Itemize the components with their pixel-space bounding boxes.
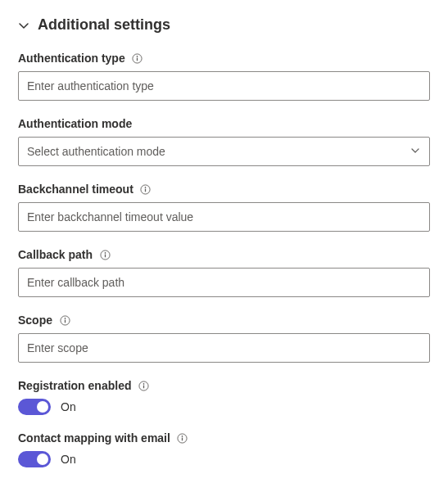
scope-label: Scope [18,314,52,327]
contact-mapping-state: On [61,453,76,466]
svg-point-16 [182,436,183,437]
svg-rect-8 [104,254,105,257]
svg-point-7 [104,252,106,254]
svg-point-13 [143,383,145,385]
section-title: Additional settings [38,16,170,34]
info-icon[interactable] [132,52,143,64]
svg-point-4 [145,187,147,188]
authentication-type-input[interactable] [18,71,430,101]
svg-point-1 [137,56,138,57]
field-callback-path: Callback path [18,248,430,297]
registration-enabled-state: On [61,400,76,413]
authentication-mode-label: Authentication mode [18,117,132,130]
field-authentication-mode: Authentication mode Select authenticatio… [18,117,430,166]
scope-input[interactable] [18,333,430,363]
info-icon[interactable] [177,432,188,444]
contact-mapping-toggle[interactable] [18,451,51,467]
callback-path-input[interactable] [18,268,430,297]
authentication-mode-select-wrap: Select authentication mode [18,137,430,166]
svg-rect-5 [145,188,146,192]
backchannel-timeout-input[interactable] [18,202,430,232]
field-registration-enabled: Registration enabled On [18,379,430,415]
toggle-knob [37,401,48,413]
callback-path-label: Callback path [18,248,93,261]
svg-point-10 [64,318,66,319]
field-authentication-type: Authentication type [18,52,430,101]
field-label-row: Callback path [18,248,430,261]
svg-rect-11 [64,319,65,323]
field-backchannel-timeout: Backchannel timeout [18,183,430,232]
info-icon[interactable] [99,249,111,260]
field-label-row: Authentication mode [18,117,430,130]
svg-rect-2 [137,57,138,61]
field-label-row: Contact mapping with email [18,431,430,445]
chevron-down-icon[interactable] [18,20,29,31]
field-label-row: Backchannel timeout [18,183,430,196]
field-scope: Scope [18,314,430,363]
field-contact-mapping: Contact mapping with email On [18,431,430,467]
authentication-mode-select[interactable]: Select authentication mode [18,137,430,166]
section-header: Additional settings [18,16,430,34]
registration-enabled-toggle[interactable] [18,399,51,415]
svg-rect-17 [182,437,183,440]
contact-mapping-toggle-row: On [18,451,430,467]
field-label-row: Scope [18,314,430,327]
info-icon[interactable] [138,380,149,391]
toggle-knob [37,454,48,465]
registration-enabled-toggle-row: On [18,399,430,415]
svg-rect-14 [143,385,144,388]
authentication-type-label: Authentication type [18,52,125,65]
info-icon[interactable] [59,314,70,326]
backchannel-timeout-label: Backchannel timeout [18,183,133,196]
contact-mapping-label: Contact mapping with email [18,431,170,445]
field-label-row: Registration enabled [18,379,430,392]
registration-enabled-label: Registration enabled [18,379,131,392]
field-label-row: Authentication type [18,52,430,65]
info-icon[interactable] [140,183,152,195]
